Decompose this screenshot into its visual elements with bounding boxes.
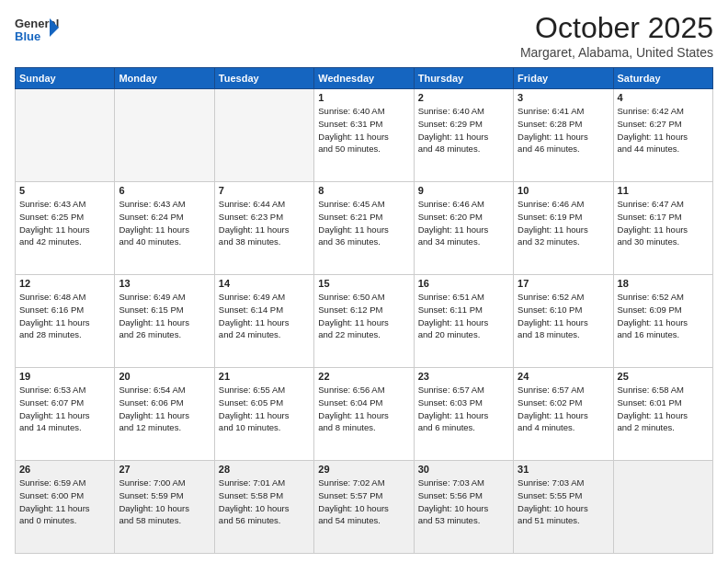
week-row-2: 5Sunrise: 6:43 AM Sunset: 6:25 PM Daylig…	[16, 182, 713, 275]
day-info: Sunrise: 6:55 AM Sunset: 6:05 PM Dayligh…	[219, 384, 310, 434]
day-info: Sunrise: 6:40 AM Sunset: 6:31 PM Dayligh…	[318, 105, 409, 155]
calendar-cell: 2Sunrise: 6:40 AM Sunset: 6:29 PM Daylig…	[414, 89, 513, 182]
calendar-cell: 9Sunrise: 6:46 AM Sunset: 6:20 PM Daylig…	[414, 182, 513, 275]
day-number: 11	[618, 185, 709, 196]
day-info: Sunrise: 6:48 AM Sunset: 6:16 PM Dayligh…	[19, 291, 110, 341]
day-number: 8	[318, 185, 409, 196]
day-info: Sunrise: 6:59 AM Sunset: 6:00 PM Dayligh…	[19, 477, 110, 527]
day-number: 20	[119, 371, 210, 382]
day-number: 31	[518, 464, 609, 475]
day-number: 27	[119, 464, 210, 475]
day-info: Sunrise: 7:03 AM Sunset: 5:55 PM Dayligh…	[518, 477, 609, 527]
day-info: Sunrise: 6:47 AM Sunset: 6:17 PM Dayligh…	[618, 198, 709, 248]
day-number: 30	[418, 464, 509, 475]
day-number: 26	[19, 464, 110, 475]
week-row-1: 1Sunrise: 6:40 AM Sunset: 6:31 PM Daylig…	[16, 89, 713, 182]
day-info: Sunrise: 6:45 AM Sunset: 6:21 PM Dayligh…	[318, 198, 409, 248]
day-number: 16	[418, 278, 509, 289]
calendar-cell: 28Sunrise: 7:01 AM Sunset: 5:58 PM Dayli…	[214, 461, 313, 554]
calendar-cell: 21Sunrise: 6:55 AM Sunset: 6:05 PM Dayli…	[214, 368, 313, 461]
calendar-cell: 4Sunrise: 6:42 AM Sunset: 6:27 PM Daylig…	[613, 89, 712, 182]
day-info: Sunrise: 6:41 AM Sunset: 6:28 PM Dayligh…	[518, 105, 609, 155]
day-info: Sunrise: 7:00 AM Sunset: 5:59 PM Dayligh…	[119, 477, 210, 527]
calendar-cell: 15Sunrise: 6:50 AM Sunset: 6:12 PM Dayli…	[314, 275, 414, 368]
day-info: Sunrise: 6:52 AM Sunset: 6:09 PM Dayligh…	[618, 291, 709, 341]
calendar-cell: 8Sunrise: 6:45 AM Sunset: 6:21 PM Daylig…	[314, 182, 414, 275]
day-info: Sunrise: 6:58 AM Sunset: 6:01 PM Dayligh…	[618, 384, 709, 434]
calendar-cell: 22Sunrise: 6:56 AM Sunset: 6:04 PM Dayli…	[314, 368, 414, 461]
day-number: 29	[318, 464, 409, 475]
day-info: Sunrise: 6:54 AM Sunset: 6:06 PM Dayligh…	[119, 384, 210, 434]
calendar-cell: 25Sunrise: 6:58 AM Sunset: 6:01 PM Dayli…	[613, 368, 712, 461]
day-info: Sunrise: 6:56 AM Sunset: 6:04 PM Dayligh…	[318, 384, 409, 434]
calendar-cell	[16, 89, 115, 182]
day-number: 13	[119, 278, 210, 289]
day-info: Sunrise: 6:57 AM Sunset: 6:03 PM Dayligh…	[418, 384, 509, 434]
day-info: Sunrise: 6:46 AM Sunset: 6:20 PM Dayligh…	[418, 198, 509, 248]
calendar-cell: 27Sunrise: 7:00 AM Sunset: 5:59 PM Dayli…	[115, 461, 214, 554]
day-number: 25	[618, 371, 709, 382]
calendar-cell: 23Sunrise: 6:57 AM Sunset: 6:03 PM Dayli…	[414, 368, 513, 461]
calendar-cell: 13Sunrise: 6:49 AM Sunset: 6:15 PM Dayli…	[115, 275, 214, 368]
day-info: Sunrise: 6:40 AM Sunset: 6:29 PM Dayligh…	[418, 105, 509, 155]
day-info: Sunrise: 6:51 AM Sunset: 6:11 PM Dayligh…	[418, 291, 509, 341]
calendar: SundayMondayTuesdayWednesdayThursdayFrid…	[15, 67, 713, 554]
calendar-cell: 19Sunrise: 6:53 AM Sunset: 6:07 PM Dayli…	[16, 368, 115, 461]
calendar-cell: 17Sunrise: 6:52 AM Sunset: 6:10 PM Dayli…	[514, 275, 613, 368]
day-info: Sunrise: 6:57 AM Sunset: 6:02 PM Dayligh…	[518, 384, 609, 434]
day-info: Sunrise: 6:43 AM Sunset: 6:24 PM Dayligh…	[119, 198, 210, 248]
calendar-cell	[214, 89, 313, 182]
day-number: 3	[518, 92, 609, 103]
week-row-4: 19Sunrise: 6:53 AM Sunset: 6:07 PM Dayli…	[16, 368, 713, 461]
day-info: Sunrise: 6:46 AM Sunset: 6:19 PM Dayligh…	[518, 198, 609, 248]
calendar-cell: 3Sunrise: 6:41 AM Sunset: 6:28 PM Daylig…	[514, 89, 613, 182]
day-number: 14	[219, 278, 310, 289]
day-info: Sunrise: 6:49 AM Sunset: 6:15 PM Dayligh…	[119, 291, 210, 341]
weekday-header-thursday: Thursday	[414, 68, 513, 89]
calendar-cell: 16Sunrise: 6:51 AM Sunset: 6:11 PM Dayli…	[414, 275, 513, 368]
location: Margaret, Alabama, United States	[520, 45, 713, 60]
calendar-cell: 30Sunrise: 7:03 AM Sunset: 5:56 PM Dayli…	[414, 461, 513, 554]
calendar-cell: 18Sunrise: 6:52 AM Sunset: 6:09 PM Dayli…	[613, 275, 712, 368]
weekday-header-monday: Monday	[115, 68, 214, 89]
day-number: 17	[518, 278, 609, 289]
header: General Blue October 2025 Margaret, Alab…	[15, 11, 713, 60]
day-number: 22	[318, 371, 409, 382]
page: General Blue October 2025 Margaret, Alab…	[0, 0, 728, 563]
day-number: 9	[418, 185, 509, 196]
day-info: Sunrise: 6:53 AM Sunset: 6:07 PM Dayligh…	[19, 384, 110, 434]
calendar-cell: 29Sunrise: 7:02 AM Sunset: 5:57 PM Dayli…	[314, 461, 414, 554]
weekday-header-friday: Friday	[514, 68, 613, 89]
calendar-cell: 31Sunrise: 7:03 AM Sunset: 5:55 PM Dayli…	[514, 461, 613, 554]
day-number: 12	[19, 278, 110, 289]
day-number: 10	[518, 185, 609, 196]
calendar-cell: 10Sunrise: 6:46 AM Sunset: 6:19 PM Dayli…	[514, 182, 613, 275]
calendar-cell	[613, 461, 712, 554]
calendar-cell: 5Sunrise: 6:43 AM Sunset: 6:25 PM Daylig…	[16, 182, 115, 275]
logo: General Blue	[15, 11, 59, 52]
calendar-cell: 12Sunrise: 6:48 AM Sunset: 6:16 PM Dayli…	[16, 275, 115, 368]
svg-text:Blue: Blue	[15, 29, 40, 43]
day-number: 5	[19, 185, 110, 196]
calendar-cell: 11Sunrise: 6:47 AM Sunset: 6:17 PM Dayli…	[613, 182, 712, 275]
day-info: Sunrise: 6:50 AM Sunset: 6:12 PM Dayligh…	[318, 291, 409, 341]
month-title: October 2025	[520, 11, 713, 45]
day-info: Sunrise: 6:52 AM Sunset: 6:10 PM Dayligh…	[518, 291, 609, 341]
logo-icon: General Blue	[15, 11, 59, 48]
weekday-header-row: SundayMondayTuesdayWednesdayThursdayFrid…	[16, 68, 713, 89]
day-number: 6	[119, 185, 210, 196]
day-number: 1	[318, 92, 409, 103]
calendar-cell: 6Sunrise: 6:43 AM Sunset: 6:24 PM Daylig…	[115, 182, 214, 275]
day-number: 2	[418, 92, 509, 103]
day-number: 24	[518, 371, 609, 382]
day-info: Sunrise: 7:03 AM Sunset: 5:56 PM Dayligh…	[418, 477, 509, 527]
day-number: 28	[219, 464, 310, 475]
day-number: 15	[318, 278, 409, 289]
calendar-cell: 14Sunrise: 6:49 AM Sunset: 6:14 PM Dayli…	[214, 275, 313, 368]
day-number: 23	[418, 371, 509, 382]
day-info: Sunrise: 7:01 AM Sunset: 5:58 PM Dayligh…	[219, 477, 310, 527]
day-number: 21	[219, 371, 310, 382]
weekday-header-tuesday: Tuesday	[214, 68, 313, 89]
calendar-cell: 7Sunrise: 6:44 AM Sunset: 6:23 PM Daylig…	[214, 182, 313, 275]
day-number: 18	[618, 278, 709, 289]
